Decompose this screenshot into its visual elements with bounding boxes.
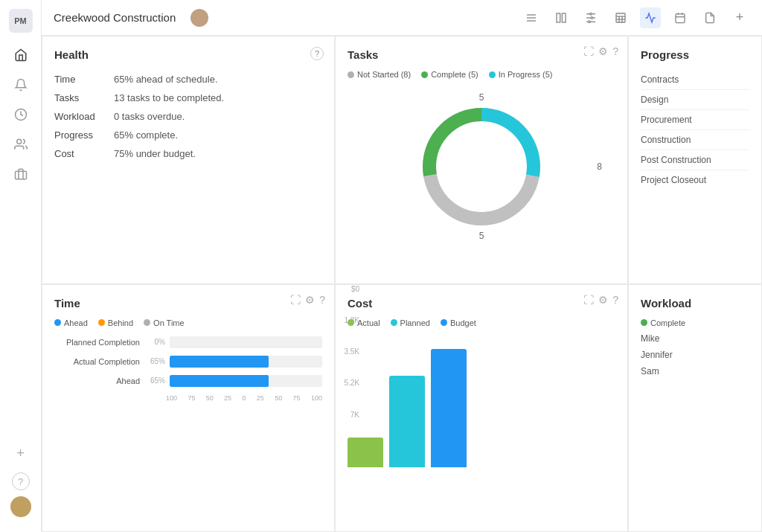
- cost-expand-icon[interactable]: ⛶: [583, 294, 594, 306]
- sidebar-item-people[interactable]: [7, 131, 34, 158]
- time-panel-icons: ⛶ ⚙ ?: [290, 294, 325, 306]
- tasks-legend-item: In Progress (5): [489, 70, 553, 79]
- time-legend-item: On Time: [144, 318, 185, 327]
- topbar-table-icon[interactable]: [610, 7, 631, 28]
- project-avatar: [190, 9, 208, 27]
- sidebar-logo: PM: [9, 9, 33, 33]
- cost-panel-icons: ⛶ ⚙ ?: [583, 294, 618, 306]
- time-bar-pct-label: 0%: [144, 338, 165, 346]
- health-label: Progress: [54, 126, 114, 144]
- cost-legend-item: Planned: [391, 318, 430, 327]
- svg-rect-17: [616, 13, 625, 22]
- tasks-legend: Not Started (8)Complete (5)In Progress (…: [348, 70, 615, 79]
- health-label: Cost: [54, 144, 114, 163]
- svg-point-1: [16, 139, 21, 144]
- health-value: 75% under budget.: [114, 144, 322, 163]
- tasks-panel: Tasks ⛶ ⚙ ? Not Started (8)Complete (5)I…: [335, 36, 628, 284]
- workload-person: Jennifer: [641, 350, 749, 360]
- project-title: Creekwood Construction: [54, 11, 176, 24]
- health-help-button[interactable]: ?: [310, 47, 324, 60]
- topbar-menu-icon[interactable]: [521, 7, 542, 28]
- time-bar-pct-label: 65%: [144, 376, 165, 385]
- time-bar-pct-label: 65%: [144, 357, 165, 365]
- topbar-filter-icon[interactable]: [580, 7, 601, 28]
- health-row: Cost75% under budget.: [54, 144, 322, 163]
- cost-y-label: 5.2K: [336, 379, 359, 387]
- topbar: Creekwood Construction: [42, 0, 762, 36]
- topbar-document-icon[interactable]: [699, 7, 720, 28]
- progress-item: Design: [641, 90, 749, 110]
- tasks-help-icon[interactable]: ?: [612, 45, 618, 57]
- time-bar-label: Ahead: [54, 376, 140, 385]
- cost-settings-icon[interactable]: ⚙: [598, 294, 608, 306]
- cost-legend-item: Budget: [441, 318, 476, 327]
- health-label: Tasks: [54, 89, 114, 107]
- cost-bars: [348, 333, 615, 467]
- cost-y-label: 7K: [336, 411, 359, 419]
- topbar-columns-icon[interactable]: [551, 7, 572, 28]
- sidebar-item-notifications[interactable]: [7, 71, 34, 98]
- health-row: Progress65% complete.: [54, 126, 322, 144]
- sidebar-item-briefcase[interactable]: [7, 161, 34, 188]
- svg-rect-6: [557, 13, 560, 22]
- svg-point-10: [590, 13, 592, 15]
- progress-item: Post Construction: [641, 150, 749, 170]
- cost-chart: 7K5.2K3.5K1.8K$0: [348, 333, 615, 497]
- topbar-calendar-icon[interactable]: [670, 7, 691, 28]
- sidebar-user-avatar[interactable]: [10, 496, 31, 517]
- health-row: Workload0 tasks overdue.: [54, 107, 322, 126]
- health-table: Time65% ahead of schedule.Tasks13 tasks …: [54, 70, 322, 163]
- progress-item: Contracts: [641, 70, 749, 90]
- time-settings-icon[interactable]: ⚙: [305, 294, 315, 306]
- sidebar-help-button[interactable]: ?: [12, 472, 30, 490]
- time-legend-item: Ahead: [54, 318, 88, 327]
- time-help-icon[interactable]: ?: [319, 294, 325, 306]
- svg-rect-2: [15, 171, 26, 179]
- health-label: Time: [54, 70, 114, 89]
- sidebar: PM + ?: [0, 0, 42, 532]
- topbar-add-icon[interactable]: +: [729, 7, 750, 28]
- svg-rect-7: [562, 13, 566, 22]
- svg-point-13: [591, 16, 593, 19]
- cost-bar: [348, 438, 383, 467]
- cost-title: Cost: [348, 297, 615, 310]
- health-value: 65% complete.: [114, 126, 322, 144]
- tasks-panel-icons: ⛶ ⚙ ?: [583, 45, 618, 57]
- topbar-chart-icon[interactable]: [640, 7, 661, 28]
- time-bar-label: Planned Completion: [54, 338, 140, 347]
- tasks-title: Tasks: [348, 48, 615, 61]
- tasks-expand-icon[interactable]: ⛶: [583, 45, 594, 57]
- donut-container: 5 8 5: [348, 85, 615, 249]
- workload-list: MikeJenniferSam: [641, 333, 749, 376]
- workload-title: Workload: [641, 297, 749, 310]
- tasks-legend-item: Complete (5): [421, 70, 478, 79]
- time-axis: 1007550250255075100: [166, 394, 322, 402]
- time-panel: Time ⛶ ⚙ ? AheadBehindOn Time Planned Co…: [42, 284, 335, 533]
- svg-point-16: [589, 21, 591, 23]
- progress-list: ContractsDesignProcurementConstructionPo…: [641, 70, 749, 190]
- tasks-legend-item: Not Started (8): [348, 70, 411, 79]
- workload-legend-item: Complete: [641, 318, 685, 327]
- cost-bar: [431, 349, 467, 467]
- sidebar-item-home[interactable]: [7, 42, 34, 68]
- sidebar-add-button[interactable]: +: [7, 440, 34, 467]
- time-bar-row: Actual Completion65%: [54, 356, 322, 368]
- workload-panel: Workload Complete MikeJenniferSam: [628, 284, 762, 533]
- sidebar-item-clock[interactable]: [7, 101, 34, 128]
- health-value: 0 tasks overdue.: [114, 107, 322, 126]
- cost-help-icon[interactable]: ?: [612, 294, 618, 306]
- health-value: 65% ahead of schedule.: [114, 70, 322, 89]
- health-label: Workload: [54, 107, 114, 126]
- cost-y-label: 1.8K: [336, 316, 359, 324]
- progress-item: Project Closeout: [641, 170, 749, 190]
- donut-label-bottom: 5: [479, 231, 484, 241]
- cost-y-label: $0: [336, 285, 359, 293]
- time-expand-icon[interactable]: ⛶: [290, 294, 301, 306]
- progress-item: Construction: [641, 130, 749, 150]
- donut-label-right: 8: [597, 161, 602, 172]
- tasks-settings-icon[interactable]: ⚙: [598, 45, 608, 57]
- donut-label-top: 5: [479, 92, 484, 103]
- progress-item: Procurement: [641, 110, 749, 130]
- health-panel: Health ? Time65% ahead of schedule.Tasks…: [42, 36, 335, 284]
- cost-y-labels: 7K5.2K3.5K1.8K$0: [336, 285, 362, 419]
